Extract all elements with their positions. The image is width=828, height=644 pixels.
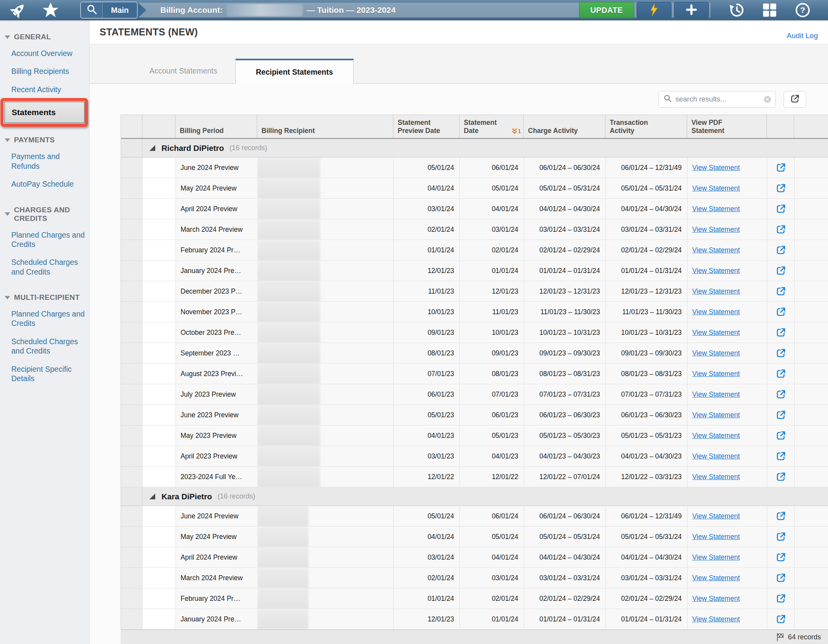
external-link-icon[interactable] [775, 593, 787, 604]
column-header-statement-date[interactable]: Statement Date 1 [460, 115, 524, 138]
view-statement-link[interactable]: View Statement [692, 226, 740, 234]
search-results-input[interactable] [658, 91, 776, 108]
add-button[interactable] [674, 2, 709, 18]
external-link-icon[interactable] [775, 409, 787, 421]
help-icon[interactable]: ? [795, 2, 811, 18]
external-link-icon[interactable] [775, 450, 787, 462]
tab-strip: Account Statements Recipient Statements [89, 44, 828, 84]
view-statement-link[interactable]: View Statement [692, 370, 740, 378]
external-link-icon[interactable] [775, 347, 787, 359]
external-link-icon[interactable] [775, 306, 787, 318]
view-statement-link[interactable]: View Statement [692, 205, 740, 213]
column-header-billing-period[interactable]: Billing Period [175, 115, 257, 138]
collapse-group-icon[interactable] [149, 145, 155, 151]
spacer-header-cell [142, 115, 175, 138]
sidebar-section-header-charges-and-credits[interactable]: CHARGES AND CREDITS [0, 203, 89, 226]
external-link-icon[interactable] [775, 203, 787, 215]
external-link-icon[interactable] [775, 572, 787, 584]
sidebar-item-recipient-specific-details[interactable]: Recipient Specific Details [0, 360, 89, 388]
view-statement-link[interactable]: View Statement [692, 308, 740, 316]
column-header-statement-preview-date[interactable]: Statement Preview Date [393, 115, 460, 138]
quick-actions-button[interactable] [637, 2, 672, 18]
tab-recipient-statements[interactable]: Recipient Statements [235, 59, 354, 84]
view-statement-link[interactable]: View Statement [692, 553, 740, 562]
column-header-transaction-activity[interactable]: Transaction Activity [605, 115, 687, 138]
empty-cell [794, 506, 828, 527]
update-button[interactable]: UPDATE [579, 2, 634, 18]
sidebar-item-scheduled-charges-and-credits[interactable]: Scheduled Charges and Credits [0, 253, 89, 281]
billing-recipient-cell [257, 588, 393, 609]
billing-period-cell: February 2024 Pr… [175, 240, 257, 261]
audit-log-link[interactable]: Audit Log [787, 32, 818, 40]
view-statement-link[interactable]: View Statement [692, 432, 740, 440]
column-header-view-pdf-statement[interactable]: View PDF Statement [687, 115, 767, 138]
sidebar-section-header-payments[interactable]: PAYMENTS [0, 133, 89, 147]
external-link-icon[interactable] [775, 531, 787, 542]
history-icon[interactable] [729, 2, 745, 18]
statement-preview-date-cell: 03/01/24 [393, 547, 460, 568]
group-header-row-richard-dipietro[interactable]: Richard DiPietro (16 records) [121, 139, 828, 158]
external-link-icon[interactable] [775, 613, 787, 625]
column-header-billing-recipient[interactable]: Billing Recipient [257, 115, 393, 138]
sidebar-section-header-general[interactable]: GENERAL [0, 30, 89, 44]
sidebar-item-statements[interactable]: Statements [4, 102, 85, 123]
clear-search-icon[interactable] [763, 95, 772, 103]
open-statement-cell [767, 178, 794, 199]
statement-date-cell: 02/01/24 [460, 240, 524, 261]
sidebar-item-scheduled-charges-and-credits[interactable]: Scheduled Charges and Credits [0, 332, 89, 360]
search-input[interactable] [675, 95, 763, 103]
external-link-icon[interactable] [775, 551, 787, 563]
open-grid-external-button[interactable] [784, 91, 806, 108]
view-statement-link[interactable]: View Statement [692, 246, 740, 254]
charge-activity-cell: 06/01/23 – 06/30/23 [524, 405, 605, 425]
sidebar-item-planned-charges-and-credits[interactable]: Planned Charges and Credits [0, 226, 89, 254]
external-link-icon[interactable] [775, 430, 787, 441]
external-link-icon[interactable] [775, 285, 787, 297]
main-breadcrumb-tab[interactable]: Main [103, 2, 137, 18]
view-statement-link[interactable]: View Statement [692, 390, 740, 399]
breadcrumb-strip: Billing Account: — Tuition — 2023-2024 U… [138, 3, 710, 18]
external-link-icon[interactable] [775, 182, 787, 194]
view-statement-link[interactable]: View Statement [692, 452, 740, 460]
sidebar-item-account-overview[interactable]: Account Overview [0, 44, 89, 62]
view-statement-link[interactable]: View Statement [692, 184, 740, 192]
column-header-charge-activity[interactable]: Charge Activity [524, 115, 605, 138]
sidebar-section-header-multi-recipient[interactable]: MULTI-RECIPIENT [0, 290, 89, 305]
apps-grid-icon[interactable] [762, 3, 777, 18]
external-link-icon[interactable] [775, 327, 787, 338]
sidebar-item-billing-recipients[interactable]: Billing Recipients [0, 62, 89, 80]
external-link-icon[interactable] [775, 368, 787, 380]
sidebar-item-payments-and-refunds[interactable]: Payments and Refunds [0, 147, 89, 175]
external-link-icon[interactable] [775, 224, 787, 235]
view-statement-link[interactable]: View Statement [692, 615, 740, 623]
view-statement-link[interactable]: View Statement [692, 349, 740, 357]
view-statement-link[interactable]: View Statement [692, 411, 740, 419]
external-link-icon[interactable] [775, 162, 787, 173]
favorites-star-icon[interactable] [42, 2, 59, 19]
view-statement-link[interactable]: View Statement [692, 329, 740, 337]
external-link-icon[interactable] [775, 510, 787, 522]
sidebar-item-recent-activity[interactable]: Recent Activity [0, 80, 89, 98]
view-statement-link[interactable]: View Statement [692, 574, 740, 582]
view-statement-link[interactable]: View Statement [692, 287, 740, 296]
view-statement-link[interactable]: View Statement [692, 267, 740, 275]
view-statement-link[interactable]: View Statement [692, 595, 740, 603]
rocket-icon[interactable] [10, 2, 26, 18]
external-link-icon[interactable] [775, 388, 787, 400]
chevron-down-icon [5, 35, 10, 39]
sort-indicator: 1 [512, 128, 521, 135]
sidebar-item-planned-charges-and-credits[interactable]: Planned Charges and Credits [0, 305, 89, 332]
external-link-icon[interactable] [775, 265, 787, 276]
spacer-cell [142, 281, 175, 302]
external-link-icon[interactable] [775, 471, 787, 483]
external-link-icon[interactable] [775, 244, 787, 256]
global-search-button[interactable] [81, 2, 103, 18]
view-statement-link[interactable]: View Statement [692, 473, 740, 481]
group-header-row-kara-dipietro[interactable]: Kara DiPietro (16 records) [121, 487, 828, 506]
sidebar-item-autopay-schedule[interactable]: AutoPay Schedule [0, 175, 89, 193]
tab-account-statements[interactable]: Account Statements [132, 58, 235, 83]
view-statement-link[interactable]: View Statement [692, 512, 740, 520]
collapse-group-icon[interactable] [149, 494, 155, 499]
view-statement-link[interactable]: View Statement [692, 533, 740, 541]
view-statement-link[interactable]: View Statement [692, 164, 740, 172]
